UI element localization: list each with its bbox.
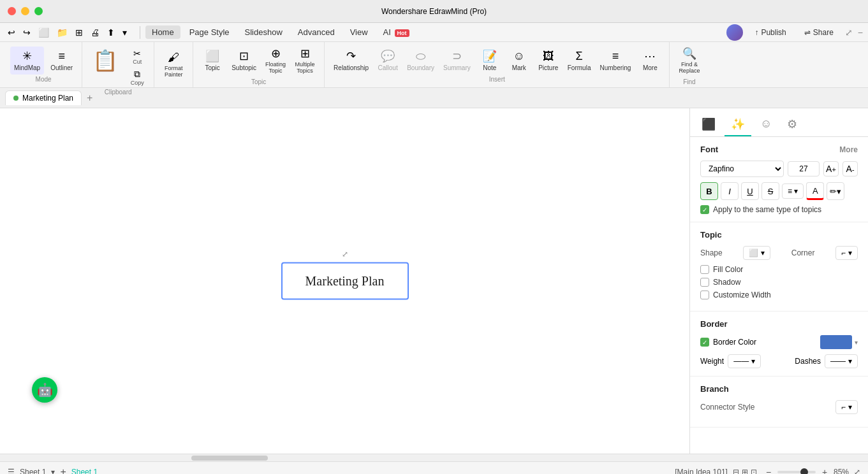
add-sheet-button[interactable]: +	[60, 466, 66, 475]
tab-marketing-plan[interactable]: Marketing Plan	[5, 90, 82, 105]
toolbar-floating-topic[interactable]: ⊕ FloatingTopic	[261, 44, 290, 77]
dashes-select[interactable]: —— ▾	[825, 354, 858, 368]
paste-icon: 📋	[92, 48, 118, 73]
connector-style-select[interactable]: ⌐ ▾	[835, 400, 858, 414]
toolbar-find-replace[interactable]: 🔍 Find &Replace	[675, 44, 703, 77]
export-button[interactable]: ⬆	[105, 26, 117, 39]
border-color-swatch[interactable]	[820, 335, 852, 349]
menu-page-style[interactable]: Page Style	[183, 25, 236, 39]
font-family-select[interactable]: Zapfino	[700, 161, 784, 177]
tab-label: Marketing Plan	[22, 94, 73, 103]
panel-tab-page[interactable]: ☺	[754, 113, 778, 136]
fit-to-screen-button[interactable]: ⤢	[854, 468, 860, 475]
undo-button[interactable]: ↩	[5, 26, 18, 39]
toolbar-mark[interactable]: ☺ Mark	[505, 47, 533, 75]
customize-width-checkbox[interactable]	[700, 291, 709, 299]
toolbar-multiple-topics[interactable]: ⊞ MultipleTopics	[291, 44, 319, 77]
zoom-out-button[interactable]: −	[762, 466, 775, 475]
toolbar-outliner[interactable]: ≡ Outliner	[47, 47, 77, 75]
view-normal[interactable]: ⊟	[733, 468, 739, 475]
current-sheet[interactable]: Sheet 1	[71, 468, 98, 475]
minimize-button[interactable]	[21, 7, 29, 15]
toolbar-topic[interactable]: ⬜ Topic	[198, 44, 226, 77]
canvas-node[interactable]: ⤢ Marketing Plan	[281, 262, 409, 300]
summary-icon: ⊃	[452, 49, 462, 63]
find-replace-icon: 🔍	[682, 47, 696, 61]
open-button[interactable]: 📁	[54, 26, 70, 39]
font-increase-button[interactable]: A+	[823, 161, 839, 176]
toolbar-summary[interactable]: ⊃ Summary	[439, 47, 474, 75]
horizontal-scrollbar[interactable]	[0, 454, 868, 461]
window-collapse-button[interactable]: −	[858, 27, 863, 38]
toolbar-formula[interactable]: Σ Formula	[564, 47, 595, 75]
user-avatar[interactable]	[726, 24, 743, 41]
toolbar-boundary[interactable]: ⬭ Boundary	[403, 47, 438, 75]
maximize-button[interactable]	[34, 7, 43, 15]
fill-color-row: Fill Color	[700, 265, 858, 274]
underline-button[interactable]: U	[741, 182, 759, 200]
main-content: ⤢ Marketing Plan 🤖 ⬛ ✨ ☺ ⚙ Font More Zap…	[0, 108, 868, 454]
corner-select[interactable]: ⌐ ▾	[835, 246, 858, 260]
add-tab-button[interactable]: +	[82, 90, 98, 106]
floating-topic-icon: ⊕	[271, 47, 281, 61]
node-box[interactable]: Marketing Plan	[281, 262, 409, 300]
sheet-label: Sheet 1	[20, 468, 46, 475]
font-size-input[interactable]	[788, 161, 820, 176]
italic-button[interactable]: I	[721, 182, 739, 200]
view-fit[interactable]: ⊡	[751, 468, 757, 475]
print-button[interactable]: 🖨	[88, 26, 102, 39]
panel-tab-settings[interactable]: ⚙	[781, 113, 804, 136]
panel-tab-format[interactable]: ⬛	[695, 113, 722, 136]
menu-advanced[interactable]: Advanced	[291, 25, 341, 39]
sheet-dropdown[interactable]: ▾	[51, 468, 55, 475]
toolbar-paste[interactable]: 📋	[87, 47, 123, 74]
shape-select[interactable]: ⬜ ▾	[743, 246, 770, 260]
border-color-dropdown[interactable]: ▾	[855, 339, 858, 346]
customize-width-row: Customize Width	[700, 291, 858, 299]
share-button[interactable]: ⇌Share	[798, 26, 840, 39]
toolbar-copy[interactable]: ⧉ Copy	[126, 68, 149, 87]
canvas[interactable]: ⤢ Marketing Plan 🤖	[0, 108, 689, 454]
fill-color-checkbox[interactable]	[700, 265, 709, 274]
toolbar-cut[interactable]: ✂ Cut	[126, 47, 149, 66]
highlight-button[interactable]: ✏▾	[827, 182, 844, 200]
weight-select[interactable]: —— ▾	[728, 354, 761, 368]
close-button[interactable]	[8, 7, 16, 15]
right-panel: ⬛ ✨ ☺ ⚙ Font More Zapfino A+ A- B I U	[689, 108, 868, 454]
layout-button[interactable]: ⊞	[73, 26, 85, 39]
text-color-button[interactable]: A	[806, 182, 824, 200]
sidebar-toggle[interactable]: ☰	[8, 468, 15, 475]
redo-button[interactable]: ↪	[20, 26, 33, 39]
window-expand-button[interactable]: ⤢	[845, 27, 853, 38]
zoom-in-button[interactable]: +	[818, 466, 831, 475]
new-button[interactable]: ⬜	[36, 26, 52, 39]
toolbar-more-insert[interactable]: ⋯ More	[636, 47, 664, 75]
font-more-button[interactable]: More	[839, 145, 858, 154]
picture-icon: 🖼	[543, 50, 554, 63]
menu-slideshow[interactable]: Slideshow	[239, 25, 289, 39]
apply-same-checkbox[interactable]: ✓	[700, 205, 709, 214]
toolbar-picture[interactable]: 🖼 Picture	[534, 47, 563, 75]
toolbar-format-painter[interactable]: 🖌 FormatPainter	[159, 48, 188, 81]
bold-button[interactable]: B	[700, 182, 718, 200]
publish-button[interactable]: ↑Publish	[748, 26, 792, 39]
toolbar-mindmap[interactable]: ✳ MindMap	[10, 47, 44, 75]
toolbar-relationship[interactable]: ↷ Relationship	[330, 47, 372, 75]
border-color-checkbox[interactable]: ✓	[700, 338, 709, 347]
shadow-checkbox[interactable]	[700, 278, 709, 287]
view-grid[interactable]: ⊞	[742, 468, 748, 475]
toolbar-callout[interactable]: 💬 Callout	[374, 47, 402, 75]
zoom-slider[interactable]	[777, 471, 816, 473]
font-decrease-button[interactable]: A-	[842, 161, 858, 176]
menu-home[interactable]: Home	[145, 25, 180, 39]
menu-view[interactable]: View	[344, 25, 374, 39]
toolbar-subtopic[interactable]: ⊡ Subtopic	[228, 44, 260, 77]
menu-ai[interactable]: AI Hot	[377, 25, 416, 39]
strikethrough-button[interactable]: S	[761, 182, 779, 200]
more-menu-button[interactable]: ▾	[120, 26, 129, 39]
panel-tab-style[interactable]: ✨	[725, 113, 751, 136]
ai-float-button[interactable]: 🤖	[32, 377, 57, 403]
toolbar-numbering[interactable]: ≡ Numbering	[596, 47, 635, 75]
toolbar-note[interactable]: 📝 Note	[476, 47, 504, 75]
align-button[interactable]: ≡ ▾	[782, 183, 804, 199]
